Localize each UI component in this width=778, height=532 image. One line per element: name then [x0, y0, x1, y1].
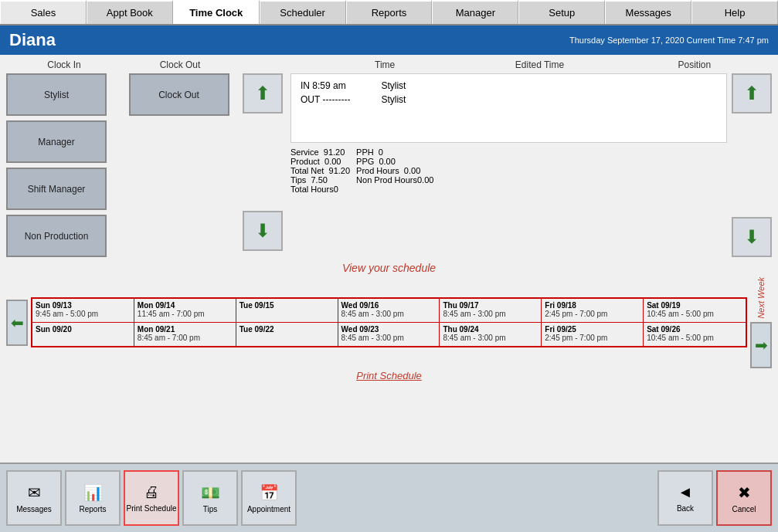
- view-schedule-title: View your schedule: [6, 262, 772, 274]
- time-entry-in: IN 8:59 am: [301, 80, 350, 91]
- right-down-icon: ⬇: [744, 226, 759, 248]
- blue-header: Diana Thursday September 17, 2020 Curren…: [0, 25, 778, 55]
- stat-ppg: PPG 0.00: [356, 157, 433, 166]
- schedule-cell: Sun 09/20: [32, 323, 134, 346]
- time-range: 2:45 pm - 7:00 pm: [545, 310, 640, 318]
- current-datetime: Thursday September 17, 2020 Current Time…: [569, 36, 769, 45]
- time-info-panel: IN 8:59 am OUT --------- Stylist Stylist…: [290, 73, 727, 257]
- schedule-cell: Mon 09/218:45 am - 7:00 pm: [134, 323, 236, 346]
- cancel-label: Cancel: [732, 505, 756, 513]
- stats-col-1: Service 91.20 Product 0.00 Total Net 91.…: [290, 147, 350, 194]
- schedule-cell: Sun 09/139:45 am - 5:00 pm: [32, 299, 134, 322]
- col-time: Time: [307, 59, 462, 70]
- schedule-cell: Sat 09/1910:45 am - 5:00 pm: [644, 299, 746, 322]
- up-arrow-icon: ⬆: [255, 83, 270, 104]
- nav-reports[interactable]: Reports: [346, 0, 433, 24]
- appointment-button[interactable]: 📅 Appointment: [241, 470, 297, 526]
- scroll-down-btn[interactable]: ⬇: [243, 211, 283, 251]
- time-range: 9:45 am - 5:00 pm: [36, 310, 131, 318]
- time-entries-list: IN 8:59 am OUT ---------: [301, 80, 350, 136]
- col-clock-out: Clock Out: [122, 59, 238, 70]
- scroll-up-btn[interactable]: ⬆: [243, 73, 283, 114]
- print-icon: 🖨: [144, 483, 159, 501]
- time-range: 11:45 am - 7:00 pm: [138, 310, 233, 318]
- time-range: 2:45 pm - 7:00 pm: [545, 334, 640, 342]
- shift-manager-btn[interactable]: Shift Manager: [6, 168, 107, 210]
- stat-tips: Tips 7.50: [290, 175, 350, 185]
- messages-label: Messages: [16, 505, 52, 513]
- reports-icon: 📊: [83, 483, 103, 502]
- schedule-cell: Wed 09/238:45 am - 3:00 pm: [338, 323, 440, 346]
- print-schedule-button[interactable]: 🖨 Print Schedule: [124, 470, 179, 526]
- right-scroll-down-btn[interactable]: ⬇: [732, 217, 772, 257]
- position-entry-2: Stylist: [381, 94, 406, 105]
- schedule-cell: Thu 09/178:45 am - 3:00 pm: [440, 299, 542, 322]
- nav-sales[interactable]: Sales: [0, 0, 87, 24]
- day-label: Fri 09/25: [545, 325, 640, 334]
- stat-total-hours: Total Hours0: [290, 185, 350, 194]
- tips-label: Tips: [203, 505, 218, 513]
- schedule-cell: Tue 09/22: [236, 323, 338, 346]
- nav-help[interactable]: Help: [691, 0, 778, 24]
- cancel-button[interactable]: ✖ Cancel: [716, 470, 772, 526]
- user-name: Diana: [9, 30, 56, 50]
- time-range: 8:45 am - 3:00 pm: [443, 334, 538, 342]
- right-scroll-up-btn[interactable]: ⬆: [732, 73, 772, 114]
- schedule-cell: Sat 09/2610:45 am - 5:00 pm: [644, 323, 746, 346]
- down-arrow-icon: ⬇: [255, 220, 270, 242]
- schedule-cell: Fri 09/182:45 pm - 7:00 pm: [542, 299, 644, 322]
- manager-btn[interactable]: Manager: [6, 120, 107, 163]
- stylist-btn[interactable]: Stylist: [6, 73, 107, 116]
- nav-appt-book[interactable]: Appt Book: [87, 0, 173, 24]
- position-list: Stylist Stylist: [381, 80, 406, 136]
- time-entries-box: IN 8:59 am OUT --------- Stylist Stylist: [290, 73, 727, 143]
- time-range: 8:45 am - 7:00 pm: [138, 334, 233, 342]
- right-arrows: ⬆ ⬇: [732, 73, 772, 257]
- back-icon: ◄: [678, 483, 693, 501]
- view-schedule-label: View your schedule: [6, 262, 772, 274]
- schedule-next-btn[interactable]: ➡: [750, 322, 772, 368]
- day-label: Thu 09/17: [443, 301, 538, 310]
- col-clock-in: Clock In: [6, 59, 122, 70]
- day-label: Sat 09/19: [647, 301, 742, 310]
- schedule-wrapper: ⬅ Sun 09/139:45 am - 5:00 pmMon 09/1411:…: [6, 277, 772, 368]
- schedule-prev-btn[interactable]: ⬅: [6, 300, 28, 346]
- messages-button[interactable]: ✉ Messages: [6, 470, 62, 526]
- right-up-icon: ⬆: [744, 83, 759, 104]
- time-entry-out: OUT ---------: [301, 94, 350, 105]
- stat-product: Product 0.00: [290, 157, 350, 166]
- schedule-cell: Thu 09/248:45 am - 3:00 pm: [440, 323, 542, 346]
- day-label: Fri 09/18: [545, 301, 640, 310]
- print-schedule-link[interactable]: Print Schedule: [356, 370, 422, 381]
- tips-button[interactable]: 💵 Tips: [182, 470, 238, 526]
- time-range: 8:45 am - 3:00 pm: [341, 310, 437, 318]
- stats-col-2: PPH 0 PPG 0.00 Prod Hours 0.00 Non Prod …: [356, 147, 433, 194]
- bottom-toolbar: ✉ Messages 📊 Reports 🖨 Print Schedule 💵 …: [0, 463, 778, 532]
- nav-scheduler[interactable]: Scheduler: [260, 0, 346, 24]
- day-label: Tue 09/22: [240, 325, 335, 334]
- clock-out-column: Clock Out: [123, 73, 235, 257]
- nav-time-clock[interactable]: Time Clock: [173, 0, 260, 24]
- time-range: 8:45 am - 3:00 pm: [341, 334, 437, 342]
- nav-messages[interactable]: Messages: [605, 0, 691, 24]
- toolbar-right: ◄ Back ✖ Cancel: [657, 470, 772, 526]
- day-label: Thu 09/24: [443, 325, 538, 334]
- clock-out-btn[interactable]: Clock Out: [129, 73, 229, 116]
- schedule-row: Sun 09/20Mon 09/218:45 am - 7:00 pmTue 0…: [32, 323, 746, 346]
- appointment-icon: 📅: [260, 483, 279, 502]
- non-production-btn[interactable]: Non Production: [6, 215, 107, 257]
- nav-manager[interactable]: Manager: [432, 0, 518, 24]
- day-label: Wed 09/16: [341, 301, 437, 310]
- back-label: Back: [677, 504, 694, 513]
- prev-arrow-icon: ⬅: [11, 313, 24, 332]
- top-nav: Sales Appt Book Time Clock Scheduler Rep…: [0, 0, 778, 25]
- col-position: Position: [617, 59, 772, 70]
- schedule-cell: Mon 09/1411:45 am - 7:00 pm: [134, 299, 236, 322]
- day-label: Mon 09/14: [138, 301, 233, 310]
- reports-button[interactable]: 📊 Reports: [65, 470, 121, 526]
- nav-setup[interactable]: Setup: [518, 0, 605, 24]
- stat-pph: PPH 0: [356, 147, 433, 157]
- schedule-row: Sun 09/139:45 am - 5:00 pmMon 09/1411:45…: [32, 299, 746, 323]
- stat-service: Service 91.20: [290, 147, 350, 157]
- back-button[interactable]: ◄ Back: [657, 470, 713, 526]
